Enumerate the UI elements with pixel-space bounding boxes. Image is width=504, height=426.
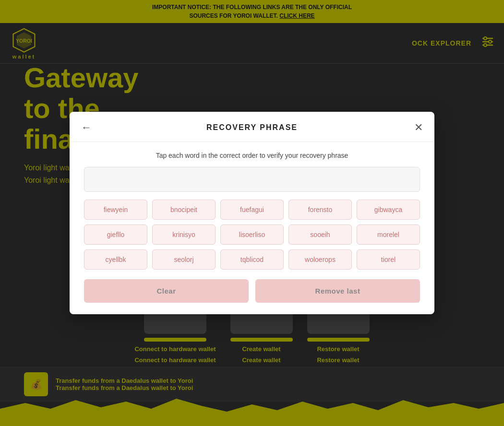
word-button-8[interactable]: sooeih: [288, 225, 352, 245]
modal-close-button[interactable]: ✕: [414, 121, 423, 134]
clear-button[interactable]: Clear: [84, 279, 249, 303]
word-button-9[interactable]: morelel: [357, 225, 420, 245]
modal-description: Tap each word in the correct order to ve…: [84, 152, 420, 159]
modal-title: RECOVERY PHRASE: [206, 123, 298, 132]
modal-body: Tap each word in the correct order to ve…: [70, 142, 434, 314]
word-button-4[interactable]: gibwayca: [357, 200, 420, 220]
word-button-6[interactable]: krinisyo: [152, 225, 216, 245]
word-button-13[interactable]: woloerops: [288, 249, 352, 270]
word-button-3[interactable]: forensto: [288, 200, 352, 220]
recovery-phrase-modal: ← RECOVERY PHRASE ✕ Tap each word in the…: [70, 112, 434, 314]
word-grid: fiewyeinbnocipeitfuefaguiforenstogibwayc…: [84, 200, 420, 270]
word-button-11[interactable]: seolorj: [152, 249, 216, 270]
modal-actions: Clear Remove last: [84, 279, 420, 303]
modal-back-button[interactable]: ←: [81, 121, 92, 134]
word-button-7[interactable]: lisoerliso: [220, 225, 284, 245]
recovery-input-area[interactable]: [84, 167, 420, 192]
modal-overlay: ← RECOVERY PHRASE ✕ Tap each word in the…: [0, 0, 504, 426]
word-button-1[interactable]: bnocipeit: [152, 200, 216, 220]
word-button-10[interactable]: cyellbk: [84, 249, 147, 270]
word-button-12[interactable]: tqblicod: [220, 249, 284, 270]
remove-last-button[interactable]: Remove last: [255, 279, 420, 303]
word-button-2[interactable]: fuefagui: [220, 200, 284, 220]
modal-header: ← RECOVERY PHRASE ✕: [70, 112, 434, 142]
word-button-5[interactable]: giefllo: [84, 225, 147, 245]
word-button-0[interactable]: fiewyein: [84, 200, 147, 220]
word-button-14[interactable]: tiorel: [357, 249, 420, 270]
